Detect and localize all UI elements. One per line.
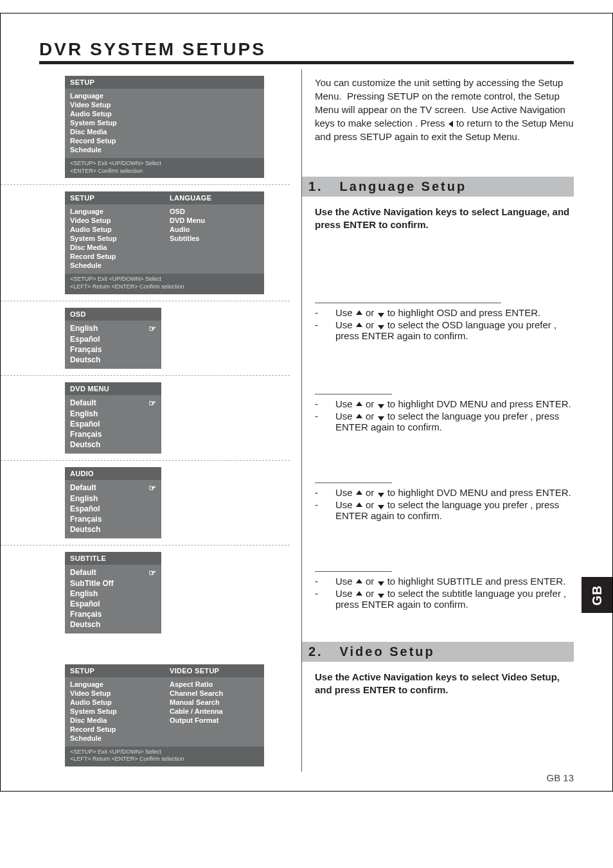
menu-item[interactable]: Schedule	[70, 734, 159, 743]
page-number: GB 13	[546, 772, 574, 783]
dvdmenu-item[interactable]: Français	[70, 429, 156, 439]
dvdmenu-item[interactable]: Español	[70, 419, 156, 429]
step-audio: -Use or to highlight DVD MENU and press …	[315, 483, 574, 521]
menu-item[interactable]: Audio Setup	[70, 109, 259, 118]
subtitle-item[interactable]: Español	[70, 599, 156, 609]
step-osd: -Use or to highlight OSD and press ENTER…	[315, 303, 574, 341]
dvdmenu-item[interactable]: Deutsch	[70, 439, 156, 450]
menu-item[interactable]: System Setup	[70, 707, 159, 716]
step-text: Use or to highlight DVD MENU and press E…	[335, 487, 571, 498]
triangle-up-icon	[356, 591, 362, 596]
side-tab: GB	[582, 577, 612, 613]
submenu-item[interactable]: Cable / Antenna	[170, 707, 259, 716]
step-text: Use or to select the OSD language you pr…	[335, 319, 574, 341]
footer-line: <LEFT> Return <ENTER> Confirm selection	[70, 283, 259, 291]
submenu-item[interactable]: Subtitles	[170, 234, 259, 243]
hand-icon: ☜	[148, 568, 156, 578]
subtitle-menu: SUBTITLE Default☜ SubTitle Off English E…	[65, 552, 161, 633]
section-number: 1.	[308, 179, 334, 194]
section-2-heading: 2. Video Setup	[302, 642, 574, 662]
menu-item[interactable]: System Setup	[70, 118, 259, 127]
section-title: Language Setup	[340, 179, 467, 193]
footer-line: <SETUP> Exit <UP/DOWN> Select	[70, 160, 259, 168]
dashed-separator	[1, 460, 290, 461]
subtitle-item[interactable]: Default☜	[70, 567, 156, 578]
audio-item[interactable]: English	[70, 493, 156, 504]
page-title: DVR SYSTEM SETUPS	[39, 39, 574, 64]
menu-item[interactable]: Schedule	[70, 145, 259, 154]
audio-item[interactable]: Default☜	[70, 483, 156, 493]
footer-line: <SETUP> Exit <UP/DOWN> Select	[70, 276, 259, 283]
triangle-up-icon	[356, 402, 362, 406]
triangle-up-icon	[356, 502, 362, 507]
subtitle-item[interactable]: SubTitle Off	[70, 578, 156, 589]
dashed-separator	[1, 301, 290, 301]
audio-item[interactable]: Français	[70, 514, 156, 524]
submenu-item[interactable]: Manual Search	[170, 698, 259, 707]
triangle-down-icon	[378, 416, 384, 421]
menu-item[interactable]: Disc Media	[70, 243, 159, 252]
audio-item[interactable]: Español	[70, 504, 156, 514]
section-1-instruction: Use the Active Navigation keys to select…	[315, 206, 574, 232]
menu-item[interactable]: Audio Setup	[70, 698, 159, 707]
step-text: Use or to select the language you prefer…	[335, 499, 574, 521]
subtitle-item[interactable]: Français	[70, 609, 156, 619]
menu-item[interactable]: Video Setup	[70, 689, 159, 698]
menu-item[interactable]: Record Setup	[70, 725, 159, 734]
menu-footer: <SETUP> Exit <UP/DOWN> Select <LEFT> Ret…	[65, 747, 264, 766]
osd-item[interactable]: English☜	[70, 323, 156, 334]
dashed-separator	[1, 545, 290, 545]
submenu-item[interactable]: Aspect Ratio	[170, 680, 259, 689]
osd-item[interactable]: Español	[70, 334, 156, 344]
menu-item[interactable]: Audio Setup	[70, 225, 159, 234]
osd-item[interactable]: Français	[70, 344, 156, 355]
menu-item[interactable]: Record Setup	[70, 252, 159, 261]
triangle-down-icon	[378, 325, 384, 330]
dvdmenu-item[interactable]: English	[70, 409, 156, 419]
menu-header: SETUP	[65, 76, 264, 89]
dashed-separator	[1, 184, 290, 185]
rule-line	[315, 303, 501, 303]
menu-header: SETUP	[65, 664, 164, 677]
menu-item[interactable]: Schedule	[70, 261, 159, 270]
menu-item[interactable]: Language	[70, 207, 159, 216]
hand-icon: ☜	[148, 398, 156, 408]
step-text: Use or to select the subtitle language y…	[335, 588, 574, 610]
menu-item[interactable]: Language	[70, 91, 259, 100]
step-text: Use or to highlight OSD and press ENTER.	[335, 307, 540, 318]
menu-item[interactable]: System Setup	[70, 234, 159, 243]
step-text: Use or to highlight DVD MENU and press E…	[335, 398, 571, 409]
submenu-item[interactable]: DVD Menu	[170, 216, 259, 225]
subtitle-header: SUBTITLE	[65, 552, 161, 565]
submenu-header: LANGUAGE	[164, 191, 264, 204]
footer-line: <ENTER> Confirm selection	[70, 168, 259, 175]
menu-item[interactable]: Video Setup	[70, 100, 259, 109]
right-column: You can customize the unit setting by ac…	[301, 69, 574, 772]
triangle-up-icon	[356, 579, 362, 583]
submenu-item[interactable]: Audio	[170, 225, 259, 234]
intro-text: You can customize the unit setting by ac…	[315, 76, 574, 143]
subtitle-item[interactable]: Deutsch	[70, 619, 156, 630]
menu-header: SETUP	[65, 191, 164, 204]
submenu-item[interactable]: OSD	[170, 207, 259, 216]
osd-item[interactable]: Deutsch	[70, 355, 156, 365]
menu-item[interactable]: Record Setup	[70, 136, 259, 145]
menu-footer: <SETUP> Exit <UP/DOWN> Select <LEFT> Ret…	[65, 274, 264, 294]
step-dvdmenu: -Use or to highlight DVD MENU and press …	[315, 394, 574, 432]
triangle-up-icon	[356, 323, 362, 327]
menu-footer: <SETUP> Exit <UP/DOWN> Select <ENTER> Co…	[65, 158, 264, 178]
audio-item[interactable]: Deutsch	[70, 524, 156, 535]
dvdmenu-item[interactable]: Default☜	[70, 398, 156, 409]
menu-item[interactable]: Disc Media	[70, 716, 159, 725]
triangle-down-icon	[378, 594, 384, 598]
dvdmenu-menu: DVD MENU Default☜ English Español França…	[65, 382, 161, 454]
submenu-item[interactable]: Channel Search	[170, 689, 259, 698]
submenu-item[interactable]: Output Format	[170, 716, 259, 725]
menu-item[interactable]: Video Setup	[70, 216, 159, 225]
menu-item[interactable]: Language	[70, 680, 159, 689]
step-text: Use or to select the language you prefer…	[335, 411, 574, 432]
subtitle-item[interactable]: English	[70, 589, 156, 599]
section-number: 2.	[308, 644, 334, 659]
section-title: Video Setup	[340, 644, 435, 659]
menu-item[interactable]: Disc Media	[70, 127, 259, 136]
